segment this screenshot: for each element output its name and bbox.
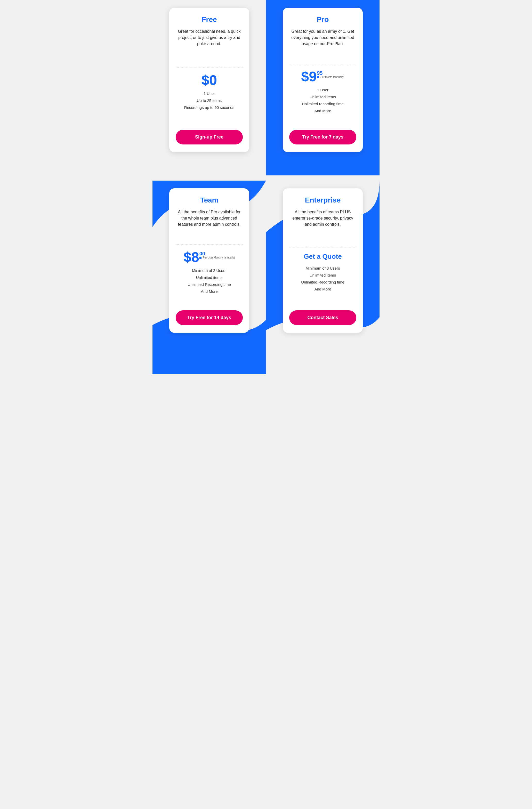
- team-plan-description: All the benefits of Pro available for th…: [176, 209, 243, 237]
- pro-plan-description: Great for you as an army of 1. Get every…: [289, 28, 356, 56]
- free-price: $0: [202, 73, 217, 87]
- free-features: 1 User Up to 25 items Recordings up to 9…: [184, 90, 234, 124]
- enterprise-features: Minimum of 3 Users Unlimited items Unlim…: [301, 265, 344, 305]
- team-plan-name: Team: [200, 196, 218, 204]
- enterprise-plan-description: All the benefits of teams PLUS enterpris…: [289, 209, 356, 239]
- pro-plan-name: Pro: [317, 16, 329, 24]
- enterprise-get-quote: Get a Quote: [304, 253, 342, 261]
- team-cta-button[interactable]: Try Free for 14 days: [176, 310, 243, 325]
- pro-price: $9 95 Per Month (annually): [301, 69, 344, 83]
- free-plan-description: Great for occasional need, a quick proje…: [176, 28, 243, 60]
- pro-cta-button[interactable]: Try Free for 7 days: [289, 130, 356, 144]
- free-cta-button[interactable]: Sign-up Free: [176, 130, 243, 144]
- pro-features: 1 User Unlimited items Unlimited recordi…: [302, 86, 344, 124]
- enterprise-cta-button[interactable]: Contact Sales: [289, 310, 356, 325]
- team-price: $8 00 Per User Monthly (annually): [184, 250, 235, 264]
- enterprise-plan-name: Enterprise: [305, 196, 341, 204]
- free-plan-name: Free: [202, 16, 217, 24]
- team-features: Minimum of 2 Users Unlimited items Unlim…: [188, 267, 231, 304]
